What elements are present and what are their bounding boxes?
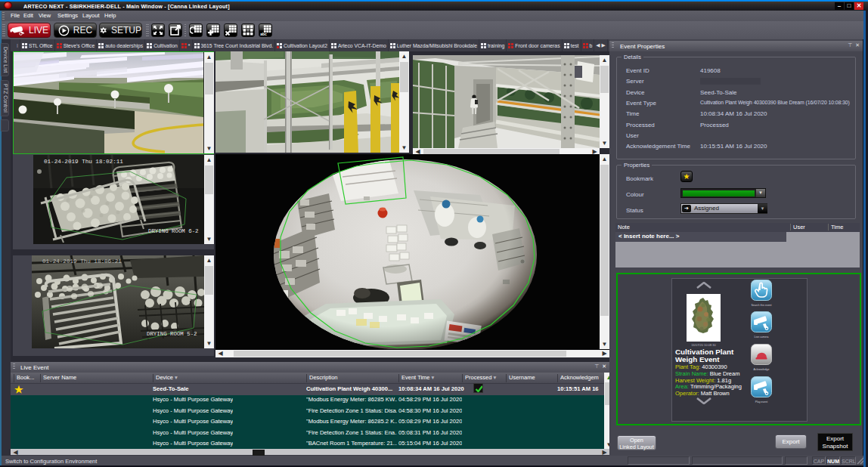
svg-text:01-24-2019 Thu 18:06:21: 01-24-2019 Thu 18:06:21 [42,258,122,264]
svg-text:01-24-2019 Thu 18:02:11: 01-24-2019 Thu 18:02:11 [44,159,123,165]
svg-text:abc: abc [260,32,267,36]
svg-text:DRYING ROOM 5-2: DRYING ROOM 5-2 [147,331,197,337]
svg-text:DRYING ROOM 6-2: DRYING ROOM 6-2 [148,228,199,234]
